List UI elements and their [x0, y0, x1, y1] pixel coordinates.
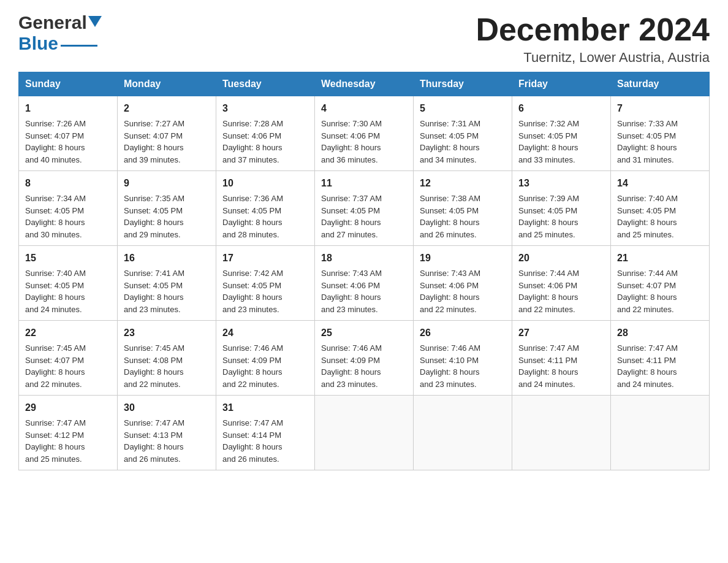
calendar-week-row: 22 Sunrise: 7:45 AMSunset: 4:07 PMDaylig… — [19, 321, 710, 396]
table-row: 4 Sunrise: 7:30 AMSunset: 4:06 PMDayligh… — [315, 96, 414, 171]
day-number: 6 — [518, 101, 604, 116]
day-info: Sunrise: 7:31 AMSunset: 4:05 PMDaylight:… — [420, 119, 480, 164]
day-number: 30 — [124, 400, 210, 415]
table-row: 21 Sunrise: 7:44 AMSunset: 4:07 PMDaylig… — [611, 246, 710, 321]
day-info: Sunrise: 7:47 AMSunset: 4:14 PMDaylight:… — [222, 418, 283, 464]
table-row: 28 Sunrise: 7:47 AMSunset: 4:11 PMDaylig… — [611, 321, 710, 396]
day-number: 10 — [222, 176, 308, 191]
day-number: 26 — [420, 326, 506, 340]
col-friday: Friday — [512, 72, 611, 96]
day-info: Sunrise: 7:40 AMSunset: 4:05 PMDaylight:… — [617, 194, 678, 239]
day-number: 7 — [617, 101, 703, 116]
calendar-week-row: 15 Sunrise: 7:40 AMSunset: 4:05 PMDaylig… — [19, 246, 710, 321]
day-number: 15 — [25, 251, 111, 266]
day-info: Sunrise: 7:47 AMSunset: 4:13 PMDaylight:… — [124, 418, 184, 464]
day-number: 24 — [222, 326, 308, 340]
day-number: 27 — [518, 326, 604, 340]
table-row: 13 Sunrise: 7:39 AMSunset: 4:05 PMDaylig… — [512, 171, 611, 246]
day-info: Sunrise: 7:47 AMSunset: 4:12 PMDaylight:… — [25, 418, 86, 464]
day-info: Sunrise: 7:47 AMSunset: 4:11 PMDaylight:… — [518, 343, 579, 389]
table-row: 10 Sunrise: 7:36 AMSunset: 4:05 PMDaylig… — [216, 171, 315, 246]
day-info: Sunrise: 7:28 AMSunset: 4:06 PMDaylight:… — [222, 119, 283, 164]
day-info: Sunrise: 7:44 AMSunset: 4:07 PMDaylight:… — [617, 269, 678, 314]
day-info: Sunrise: 7:43 AMSunset: 4:06 PMDaylight:… — [420, 269, 480, 314]
day-number: 9 — [124, 176, 210, 191]
logo-general: General — [18, 12, 87, 33]
day-number: 19 — [420, 251, 506, 266]
table-row: 8 Sunrise: 7:34 AMSunset: 4:05 PMDayligh… — [19, 171, 118, 246]
table-row: 24 Sunrise: 7:46 AMSunset: 4:09 PMDaylig… — [216, 321, 315, 396]
table-row: 2 Sunrise: 7:27 AMSunset: 4:07 PMDayligh… — [118, 96, 216, 171]
svg-marker-0 — [88, 16, 102, 27]
day-number: 8 — [25, 176, 111, 191]
table-row: 22 Sunrise: 7:45 AMSunset: 4:07 PMDaylig… — [19, 321, 118, 396]
logo-triangle-icon — [88, 16, 102, 27]
day-info: Sunrise: 7:35 AMSunset: 4:05 PMDaylight:… — [124, 194, 184, 239]
table-row: 15 Sunrise: 7:40 AMSunset: 4:05 PMDaylig… — [19, 246, 118, 321]
table-row: 5 Sunrise: 7:31 AMSunset: 4:05 PMDayligh… — [414, 96, 512, 171]
title-section: December 2024 Tuernitz, Lower Austria, A… — [476, 12, 710, 66]
table-row: 20 Sunrise: 7:44 AMSunset: 4:06 PMDaylig… — [512, 246, 611, 321]
table-row: 17 Sunrise: 7:42 AMSunset: 4:05 PMDaylig… — [216, 246, 315, 321]
day-info: Sunrise: 7:46 AMSunset: 4:10 PMDaylight:… — [420, 343, 480, 389]
day-number: 18 — [321, 251, 407, 266]
day-number: 16 — [124, 251, 210, 266]
page-header: General Blue December 2024 Tuernitz, Low… — [18, 12, 710, 66]
location-subtitle: Tuernitz, Lower Austria, Austria — [476, 50, 710, 66]
col-thursday: Thursday — [414, 72, 512, 96]
day-info: Sunrise: 7:36 AMSunset: 4:05 PMDaylight:… — [222, 194, 283, 239]
table-row: 1 Sunrise: 7:26 AMSunset: 4:07 PMDayligh… — [19, 96, 118, 171]
table-row: 11 Sunrise: 7:37 AMSunset: 4:05 PMDaylig… — [315, 171, 414, 246]
day-number: 12 — [420, 176, 506, 191]
table-row: 16 Sunrise: 7:41 AMSunset: 4:05 PMDaylig… — [118, 246, 216, 321]
table-row: 14 Sunrise: 7:40 AMSunset: 4:05 PMDaylig… — [611, 171, 710, 246]
calendar-table: Sunday Monday Tuesday Wednesday Thursday… — [18, 72, 710, 470]
day-number: 20 — [518, 251, 604, 266]
calendar-week-row: 29 Sunrise: 7:47 AMSunset: 4:12 PMDaylig… — [19, 396, 710, 470]
day-number: 3 — [222, 101, 308, 116]
table-row — [315, 396, 414, 470]
day-number: 28 — [617, 326, 703, 340]
day-info: Sunrise: 7:34 AMSunset: 4:05 PMDaylight:… — [25, 194, 86, 239]
day-number: 17 — [222, 251, 308, 266]
day-number: 31 — [222, 400, 308, 415]
table-row: 23 Sunrise: 7:45 AMSunset: 4:08 PMDaylig… — [118, 321, 216, 396]
logo-blue: Blue — [18, 33, 58, 54]
day-info: Sunrise: 7:44 AMSunset: 4:06 PMDaylight:… — [518, 269, 579, 314]
table-row: 27 Sunrise: 7:47 AMSunset: 4:11 PMDaylig… — [512, 321, 611, 396]
day-info: Sunrise: 7:39 AMSunset: 4:05 PMDaylight:… — [518, 194, 579, 239]
table-row — [611, 396, 710, 470]
day-info: Sunrise: 7:27 AMSunset: 4:07 PMDaylight:… — [124, 119, 184, 164]
day-info: Sunrise: 7:42 AMSunset: 4:05 PMDaylight:… — [222, 269, 283, 314]
table-row: 6 Sunrise: 7:32 AMSunset: 4:05 PMDayligh… — [512, 96, 611, 171]
table-row: 30 Sunrise: 7:47 AMSunset: 4:13 PMDaylig… — [118, 396, 216, 470]
day-info: Sunrise: 7:41 AMSunset: 4:05 PMDaylight:… — [124, 269, 184, 314]
table-row — [512, 396, 611, 470]
day-info: Sunrise: 7:40 AMSunset: 4:05 PMDaylight:… — [25, 269, 86, 314]
table-row — [414, 396, 512, 470]
logo: General Blue — [18, 12, 102, 54]
table-row: 31 Sunrise: 7:47 AMSunset: 4:14 PMDaylig… — [216, 396, 315, 470]
day-number: 13 — [518, 176, 604, 191]
day-number: 29 — [25, 400, 111, 415]
logo-underline — [61, 45, 97, 47]
calendar-week-row: 8 Sunrise: 7:34 AMSunset: 4:05 PMDayligh… — [19, 171, 710, 246]
col-wednesday: Wednesday — [315, 72, 414, 96]
day-number: 11 — [321, 176, 407, 191]
table-row: 26 Sunrise: 7:46 AMSunset: 4:10 PMDaylig… — [414, 321, 512, 396]
table-row: 3 Sunrise: 7:28 AMSunset: 4:06 PMDayligh… — [216, 96, 315, 171]
calendar-week-row: 1 Sunrise: 7:26 AMSunset: 4:07 PMDayligh… — [19, 96, 710, 171]
table-row: 19 Sunrise: 7:43 AMSunset: 4:06 PMDaylig… — [414, 246, 512, 321]
day-info: Sunrise: 7:32 AMSunset: 4:05 PMDaylight:… — [518, 119, 579, 164]
day-number: 23 — [124, 326, 210, 340]
table-row: 9 Sunrise: 7:35 AMSunset: 4:05 PMDayligh… — [118, 171, 216, 246]
day-info: Sunrise: 7:33 AMSunset: 4:05 PMDaylight:… — [617, 119, 678, 164]
day-number: 5 — [420, 101, 506, 116]
day-info: Sunrise: 7:46 AMSunset: 4:09 PMDaylight:… — [222, 343, 283, 389]
col-sunday: Sunday — [19, 72, 118, 96]
day-info: Sunrise: 7:30 AMSunset: 4:06 PMDaylight:… — [321, 119, 382, 164]
day-info: Sunrise: 7:43 AMSunset: 4:06 PMDaylight:… — [321, 269, 382, 314]
table-row: 29 Sunrise: 7:47 AMSunset: 4:12 PMDaylig… — [19, 396, 118, 470]
table-row: 7 Sunrise: 7:33 AMSunset: 4:05 PMDayligh… — [611, 96, 710, 171]
table-row: 18 Sunrise: 7:43 AMSunset: 4:06 PMDaylig… — [315, 246, 414, 321]
